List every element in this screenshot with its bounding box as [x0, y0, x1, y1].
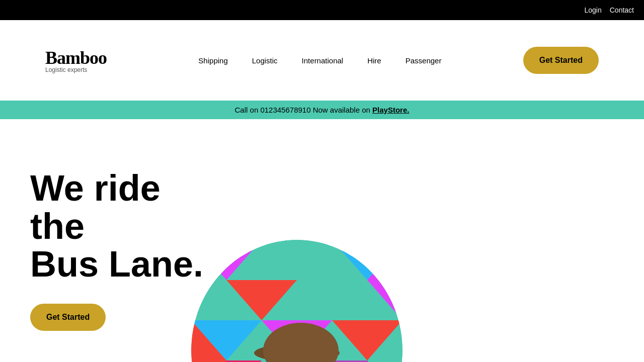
logo-area: Bamboo Logistic experts: [45, 47, 107, 73]
nav-logistic[interactable]: Logistic: [240, 52, 290, 69]
hero-section: We ride the Bus Lane. Get Started: [0, 119, 644, 350]
nav-hire[interactable]: Hire: [355, 52, 393, 69]
hero-text-area: We ride the Bus Lane. Get Started: [30, 149, 221, 331]
top-bar: Login Contact: [0, 0, 644, 20]
logo-subtitle: Logistic experts: [45, 66, 87, 73]
hero-get-started-button[interactable]: Get Started: [30, 304, 106, 331]
hero-image: [191, 240, 403, 362]
playstore-link[interactable]: PlayStore.: [372, 106, 409, 114]
nav-international[interactable]: International: [290, 52, 356, 69]
hero-heading: We ride the Bus Lane.: [30, 169, 221, 284]
contact-link[interactable]: Contact: [610, 6, 634, 14]
navbar-get-started-button[interactable]: Get Started: [523, 47, 599, 74]
announcement-text: Call on 012345678910 Now available on Pl…: [235, 106, 410, 114]
announcement-bar: Call on 012345678910 Now available on Pl…: [0, 101, 644, 119]
login-link[interactable]: Login: [584, 6, 601, 14]
nav-passenger[interactable]: Passenger: [393, 52, 454, 69]
nav-shipping[interactable]: Shipping: [186, 52, 239, 69]
nav-links: Shipping Logistic International Hire Pas…: [127, 52, 513, 69]
navbar: Bamboo Logistic experts Shipping Logisti…: [0, 20, 644, 101]
logo-text[interactable]: Bamboo: [45, 47, 107, 68]
